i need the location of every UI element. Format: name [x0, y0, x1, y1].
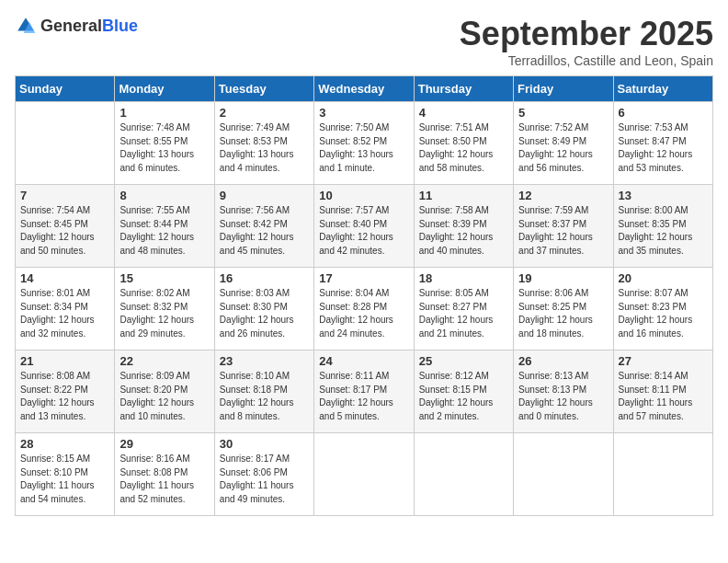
day-info: Sunrise: 7:49 AM Sunset: 8:53 PM Dayligh…	[220, 121, 309, 175]
calendar-cell: 15Sunrise: 8:02 AM Sunset: 8:32 PM Dayli…	[115, 268, 214, 350]
day-number: 21	[20, 354, 109, 368]
calendar-week-4: 28Sunrise: 8:15 AM Sunset: 8:10 PM Dayli…	[16, 433, 713, 516]
calendar-cell: 11Sunrise: 7:58 AM Sunset: 8:39 PM Dayli…	[414, 185, 513, 268]
calendar-cell: 21Sunrise: 8:08 AM Sunset: 8:22 PM Dayli…	[16, 350, 115, 433]
day-info: Sunrise: 8:01 AM Sunset: 8:34 PM Dayligh…	[20, 287, 109, 340]
calendar-cell: 10Sunrise: 7:57 AM Sunset: 8:40 PM Dayli…	[314, 185, 414, 268]
header-monday: Monday	[115, 76, 214, 102]
day-number: 27	[619, 354, 708, 368]
calendar-cell: 2Sunrise: 7:49 AM Sunset: 8:53 PM Daylig…	[214, 102, 313, 185]
calendar-cell: 7Sunrise: 7:54 AM Sunset: 8:45 PM Daylig…	[16, 185, 115, 268]
logo-blue: Blue	[102, 17, 138, 35]
day-number: 25	[419, 354, 508, 368]
calendar-cell	[314, 433, 414, 516]
day-info: Sunrise: 8:04 AM Sunset: 8:28 PM Dayligh…	[319, 287, 408, 340]
calendar-cell: 25Sunrise: 8:12 AM Sunset: 8:15 PM Dayli…	[414, 350, 513, 433]
day-info: Sunrise: 8:08 AM Sunset: 8:22 PM Dayligh…	[20, 370, 109, 423]
header-sunday: Sunday	[16, 76, 115, 102]
day-number: 4	[419, 106, 508, 120]
day-number: 20	[619, 271, 708, 285]
day-info: Sunrise: 8:14 AM Sunset: 8:11 PM Dayligh…	[619, 370, 708, 423]
calendar-table: SundayMondayTuesdayWednesdayThursdayFrid…	[15, 75, 713, 516]
day-info: Sunrise: 7:57 AM Sunset: 8:40 PM Dayligh…	[319, 204, 408, 258]
title-block: September 2025 Terradillos, Castille and…	[460, 15, 713, 68]
day-number: 3	[319, 106, 408, 120]
day-number: 16	[220, 271, 309, 285]
header-thursday: Thursday	[414, 76, 513, 102]
day-number: 19	[518, 271, 608, 285]
day-number: 22	[119, 354, 209, 368]
day-number: 9	[220, 189, 309, 202]
calendar-cell: 14Sunrise: 8:01 AM Sunset: 8:34 PM Dayli…	[16, 268, 115, 350]
calendar-cell: 16Sunrise: 8:03 AM Sunset: 8:30 PM Dayli…	[214, 268, 313, 350]
location-subtitle: Terradillos, Castille and Leon, Spain	[460, 53, 713, 68]
day-number: 7	[20, 189, 109, 202]
day-info: Sunrise: 8:06 AM Sunset: 8:25 PM Dayligh…	[518, 287, 608, 340]
day-info: Sunrise: 7:58 AM Sunset: 8:39 PM Dayligh…	[419, 204, 508, 258]
calendar-week-0: 1Sunrise: 7:48 AM Sunset: 8:55 PM Daylig…	[16, 102, 713, 185]
day-info: Sunrise: 8:07 AM Sunset: 8:23 PM Dayligh…	[619, 287, 708, 340]
day-number: 12	[518, 189, 608, 202]
day-info: Sunrise: 7:51 AM Sunset: 8:50 PM Dayligh…	[419, 121, 508, 175]
calendar-cell: 6Sunrise: 7:53 AM Sunset: 8:47 PM Daylig…	[613, 102, 712, 185]
calendar-cell: 9Sunrise: 7:56 AM Sunset: 8:42 PM Daylig…	[214, 185, 313, 268]
day-number: 14	[20, 271, 109, 285]
day-number: 23	[220, 354, 309, 368]
day-number: 26	[518, 354, 608, 368]
day-info: Sunrise: 7:50 AM Sunset: 8:52 PM Dayligh…	[319, 121, 408, 175]
day-info: Sunrise: 7:56 AM Sunset: 8:42 PM Dayligh…	[220, 204, 309, 258]
logo: GeneralBlue	[15, 15, 138, 37]
day-number: 10	[319, 189, 408, 202]
day-number: 1	[119, 106, 209, 120]
day-info: Sunrise: 7:59 AM Sunset: 8:37 PM Dayligh…	[518, 204, 608, 258]
calendar-cell: 26Sunrise: 8:13 AM Sunset: 8:13 PM Dayli…	[514, 350, 613, 433]
calendar-cell: 17Sunrise: 8:04 AM Sunset: 8:28 PM Dayli…	[314, 268, 414, 350]
day-info: Sunrise: 8:00 AM Sunset: 8:35 PM Dayligh…	[619, 204, 708, 258]
day-info: Sunrise: 8:15 AM Sunset: 8:10 PM Dayligh…	[20, 453, 109, 506]
logo-wordmark: GeneralBlue	[40, 17, 138, 36]
calendar-cell: 13Sunrise: 8:00 AM Sunset: 8:35 PM Dayli…	[613, 185, 712, 268]
calendar-cell: 30Sunrise: 8:17 AM Sunset: 8:06 PM Dayli…	[214, 433, 313, 516]
calendar-cell: 1Sunrise: 7:48 AM Sunset: 8:55 PM Daylig…	[115, 102, 214, 185]
day-number: 8	[119, 189, 209, 202]
month-title: September 2025	[460, 15, 713, 53]
day-info: Sunrise: 8:03 AM Sunset: 8:30 PM Dayligh…	[220, 287, 309, 340]
calendar-cell: 20Sunrise: 8:07 AM Sunset: 8:23 PM Dayli…	[613, 268, 712, 350]
calendar-cell: 23Sunrise: 8:10 AM Sunset: 8:18 PM Dayli…	[214, 350, 313, 433]
day-number: 30	[220, 437, 309, 451]
calendar-cell	[16, 102, 115, 185]
calendar-body: 1Sunrise: 7:48 AM Sunset: 8:55 PM Daylig…	[16, 102, 713, 516]
calendar-week-3: 21Sunrise: 8:08 AM Sunset: 8:22 PM Dayli…	[16, 350, 713, 433]
header-friday: Friday	[514, 76, 613, 102]
day-info: Sunrise: 8:05 AM Sunset: 8:27 PM Dayligh…	[419, 287, 508, 340]
day-info: Sunrise: 8:10 AM Sunset: 8:18 PM Dayligh…	[220, 370, 309, 423]
header-tuesday: Tuesday	[214, 76, 313, 102]
day-info: Sunrise: 7:55 AM Sunset: 8:44 PM Dayligh…	[119, 204, 209, 258]
calendar-cell	[414, 433, 513, 516]
calendar-cell: 19Sunrise: 8:06 AM Sunset: 8:25 PM Dayli…	[514, 268, 613, 350]
calendar-cell: 28Sunrise: 8:15 AM Sunset: 8:10 PM Dayli…	[16, 433, 115, 516]
calendar-week-1: 7Sunrise: 7:54 AM Sunset: 8:45 PM Daylig…	[16, 185, 713, 268]
day-info: Sunrise: 7:48 AM Sunset: 8:55 PM Dayligh…	[119, 121, 209, 175]
calendar-cell: 29Sunrise: 8:16 AM Sunset: 8:08 PM Dayli…	[115, 433, 214, 516]
day-number: 5	[518, 106, 608, 120]
day-info: Sunrise: 8:02 AM Sunset: 8:32 PM Dayligh…	[119, 287, 209, 340]
logo-icon	[15, 15, 37, 37]
header: GeneralBlue September 2025 Terradillos, …	[15, 15, 713, 68]
calendar-cell: 5Sunrise: 7:52 AM Sunset: 8:49 PM Daylig…	[514, 102, 613, 185]
header-saturday: Saturday	[613, 76, 712, 102]
day-info: Sunrise: 7:53 AM Sunset: 8:47 PM Dayligh…	[619, 121, 708, 175]
day-number: 24	[319, 354, 408, 368]
day-number: 17	[319, 271, 408, 285]
day-number: 2	[220, 106, 309, 120]
day-number: 28	[20, 437, 109, 451]
calendar-cell: 27Sunrise: 8:14 AM Sunset: 8:11 PM Dayli…	[613, 350, 712, 433]
calendar-week-2: 14Sunrise: 8:01 AM Sunset: 8:34 PM Dayli…	[16, 268, 713, 350]
day-number: 6	[619, 106, 708, 120]
calendar-header-row: SundayMondayTuesdayWednesdayThursdayFrid…	[16, 76, 713, 102]
logo-general: General	[40, 17, 102, 35]
calendar-cell: 12Sunrise: 7:59 AM Sunset: 8:37 PM Dayli…	[514, 185, 613, 268]
day-info: Sunrise: 8:09 AM Sunset: 8:20 PM Dayligh…	[119, 370, 209, 423]
calendar-cell: 18Sunrise: 8:05 AM Sunset: 8:27 PM Dayli…	[414, 268, 513, 350]
calendar-cell	[613, 433, 712, 516]
